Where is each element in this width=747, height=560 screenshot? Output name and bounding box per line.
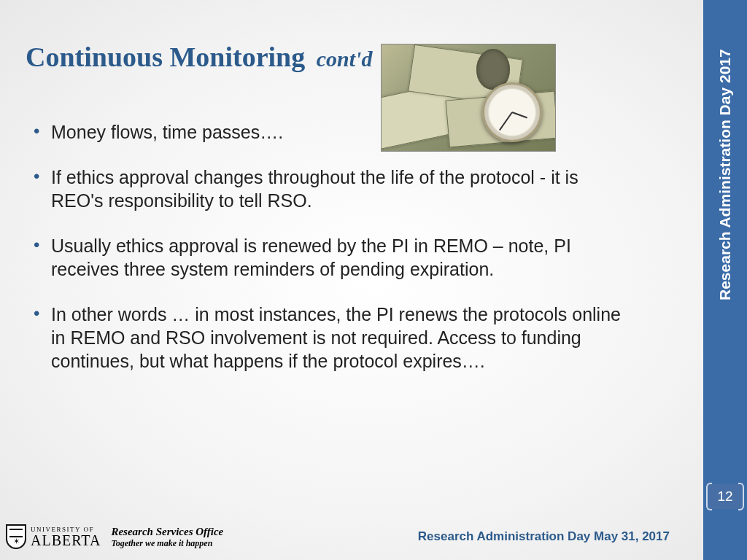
bullet-text: Usually ethics approval is renewed by th… [51,236,571,279]
list-item: In other words … in most instances, the … [29,303,627,373]
bullet-text: Money flows, time passes…. [51,122,283,142]
slide: Research Administration Day 2017 12 Cont… [0,0,747,560]
logo-bottom-line: ALBERTA [31,533,101,548]
office-tagline: Together we make it happen [111,538,223,548]
crest-icon [6,524,26,549]
footer: UNIVERSITY OF ALBERTA Research Services … [0,516,703,560]
title-main-text: Continuous Monitoring [26,42,305,72]
slide-title: Continuous Monitoring cont'd [26,42,372,73]
sidebar-vertical-label: Research Administration Day 2017 [703,0,747,394]
right-sidebar: Research Administration Day 2017 12 [703,0,747,560]
title-suffix: cont'd [317,47,373,71]
bullet-list: Money flows, time passes…. If ethics app… [29,120,627,394]
footer-right-text: Research Administration Day May 31, 2017 [418,529,670,544]
office-block: Research Services Office Together we mak… [111,525,223,548]
list-item: Money flows, time passes…. [29,120,627,144]
bullet-text: In other words … in most instances, the … [51,304,621,371]
bullet-text: If ethics approval changes throughout th… [51,167,578,211]
title-row: Continuous Monitoring cont'd [26,42,682,73]
office-name: Research Services Office [111,525,223,538]
university-logo: UNIVERSITY OF ALBERTA [6,524,101,549]
list-item: Usually ethics approval is renewed by th… [29,234,627,281]
page-number-badge: 12 [708,484,742,509]
list-item: If ethics approval changes throughout th… [29,166,627,212]
